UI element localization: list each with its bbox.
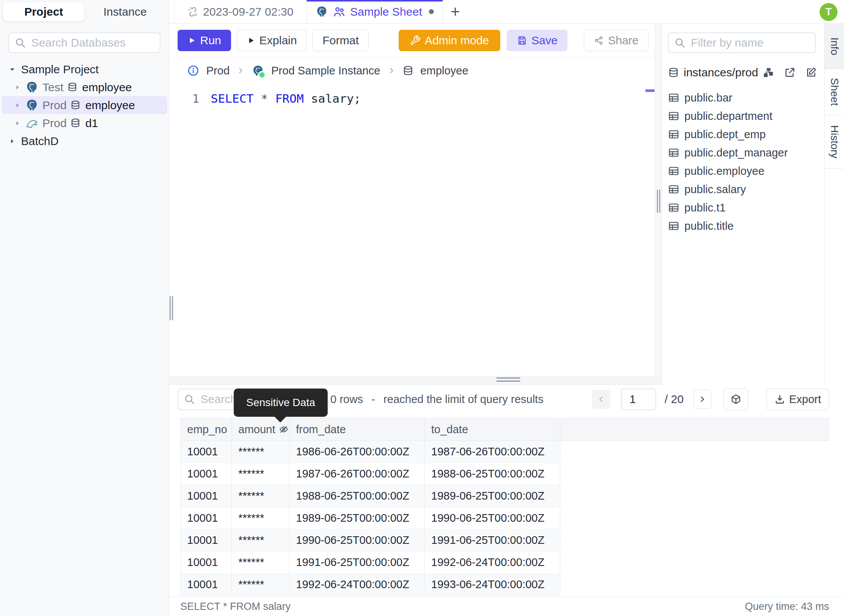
prev-page-button[interactable]	[592, 390, 610, 409]
column-header-to-date[interactable]: to_date	[425, 418, 560, 440]
table-cell-from-date[interactable]: 1986-06-26T00:00:00Z	[289, 441, 425, 463]
table-cell-amount-masked[interactable]: ******	[232, 574, 289, 595]
eye-off-icon[interactable]	[279, 424, 289, 434]
table-cell-emp-no[interactable]: 10001	[181, 551, 232, 573]
side-tab-sheet[interactable]: Sheet	[825, 69, 844, 115]
caret-down-icon[interactable]	[8, 66, 16, 73]
table-cell-amount-masked[interactable]: ******	[232, 529, 289, 551]
side-tab-history[interactable]: History	[825, 115, 844, 169]
caret-right-icon[interactable]	[14, 84, 21, 91]
table-row[interactable]: 10001 ****** 1992-06-24T00:00:00Z 1993-0…	[181, 574, 560, 596]
database-search-input[interactable]	[8, 32, 160, 53]
tab-project[interactable]: Project	[3, 2, 84, 21]
edit-icon[interactable]	[805, 67, 817, 78]
table-cell-from-date[interactable]: 1989-06-25T00:00:00Z	[289, 507, 425, 529]
admin-mode-button[interactable]: Admin mode	[399, 30, 500, 51]
table-cell-to-date[interactable]: 1991-06-25T00:00:00Z	[425, 529, 560, 551]
explain-button[interactable]: Explain	[237, 30, 307, 51]
schema-filter-input[interactable]	[668, 32, 816, 53]
tab-worksheet-unsaved[interactable]: 2023-09-27 02:30	[174, 0, 307, 23]
schema-table-item[interactable]: public.salary	[662, 180, 824, 198]
tree-project-sample[interactable]: Sample Project	[0, 60, 169, 78]
database-name: employee	[85, 99, 135, 112]
table-icon	[668, 165, 679, 177]
results-resize-handle[interactable]	[496, 377, 520, 382]
tab-sample-sheet[interactable]: Sample Sheet	[307, 0, 443, 23]
table-cell-amount-masked[interactable]: ******	[232, 507, 289, 529]
sidebar-tab-switcher: Project Instance	[0, 0, 169, 24]
table-cell-from-date[interactable]: 1991-06-25T00:00:00Z	[289, 551, 425, 573]
sidebar-resize-handle[interactable]	[170, 296, 173, 320]
table-row[interactable]: 10001 ****** 1986-06-26T00:00:00Z 1987-0…	[181, 441, 560, 463]
format-button[interactable]: Format	[312, 30, 369, 51]
column-header-emp-no[interactable]: emp_no	[181, 418, 232, 440]
tree-db-test-employee[interactable]: Test employee	[0, 78, 169, 96]
table-cell-to-date[interactable]: 1989-06-25T00:00:00Z	[425, 485, 560, 507]
editor-overview-ruler-mark	[645, 89, 655, 92]
breadcrumb-environment[interactable]: Prod	[206, 65, 230, 77]
caret-right-icon[interactable]	[14, 102, 21, 109]
external-link-icon[interactable]	[784, 67, 795, 78]
table-cell-emp-no[interactable]: 10001	[181, 507, 232, 529]
table-row[interactable]: 10001 ****** 1989-06-25T00:00:00Z 1990-0…	[181, 507, 560, 529]
run-button[interactable]: Run	[178, 30, 231, 51]
breadcrumb-database[interactable]: employee	[420, 65, 469, 77]
table-cell-emp-no[interactable]: 10001	[181, 529, 232, 551]
schema-table-item[interactable]: public.employee	[662, 162, 824, 180]
table-cell-amount-masked[interactable]: ******	[232, 441, 289, 463]
tree-project-batchd[interactable]: BatchD	[0, 132, 169, 150]
sql-operator: *	[261, 92, 268, 105]
table-cell-emp-no[interactable]: 10001	[181, 485, 232, 507]
schema-table-item[interactable]: public.department	[662, 107, 824, 125]
breadcrumb-instance[interactable]: Prod Sample Instance	[271, 65, 380, 77]
schema-panel-resize-handle[interactable]	[657, 190, 660, 213]
filter-by-name-field[interactable]	[690, 36, 810, 50]
table-cell-from-date[interactable]: 1990-06-25T00:00:00Z	[289, 529, 425, 551]
table-row[interactable]: 10001 ****** 1990-06-25T00:00:00Z 1991-0…	[181, 529, 560, 551]
table-cell-amount-masked[interactable]: ******	[232, 485, 289, 507]
tab-instance[interactable]: Instance	[84, 2, 166, 21]
table-cell-from-date[interactable]: 1992-06-24T00:00:00Z	[289, 574, 425, 595]
schema-table-item[interactable]: public.dept_manager	[662, 144, 824, 162]
tree-db-prod-employee[interactable]: Prod employee	[2, 96, 167, 114]
new-tab-button[interactable]: +	[443, 0, 467, 23]
table-cell-to-date[interactable]: 1992-06-24T00:00:00Z	[425, 551, 560, 573]
table-name: public.title	[684, 220, 734, 232]
caret-right-icon[interactable]	[14, 119, 21, 127]
page-number-input[interactable]	[621, 389, 656, 410]
schema-table-item[interactable]: public.t1	[662, 198, 824, 217]
table-row[interactable]: 10001 ****** 1987-06-26T00:00:00Z 1988-0…	[181, 463, 560, 485]
user-avatar[interactable]: T	[820, 3, 838, 21]
side-tab-info[interactable]: Info	[825, 24, 844, 69]
result-view-options-button[interactable]	[723, 389, 748, 410]
sql-editor-line[interactable]: 1 SELECT * FROM salary;	[174, 92, 361, 105]
column-header-from-date[interactable]: from_date	[289, 418, 425, 440]
save-button[interactable]: Save	[507, 30, 568, 51]
table-cell-from-date[interactable]: 1988-06-25T00:00:00Z	[289, 485, 425, 507]
table-cell-from-date[interactable]: 1987-06-26T00:00:00Z	[289, 463, 425, 485]
tree-db-prod-d1[interactable]: Prod d1	[0, 114, 169, 132]
schema-table-item[interactable]: public.bar	[662, 89, 824, 107]
shared-users-icon	[333, 5, 346, 18]
table-cell-to-date[interactable]: 1987-06-26T00:00:00Z	[425, 441, 560, 463]
next-page-button[interactable]	[693, 390, 711, 409]
table-cell-emp-no[interactable]: 10001	[181, 441, 232, 463]
info-icon[interactable]	[187, 65, 199, 77]
share-button[interactable]: Share	[584, 30, 648, 51]
schema-diagram-icon[interactable]	[763, 67, 774, 78]
search-databases-field[interactable]	[31, 36, 154, 50]
table-cell-emp-no[interactable]: 10001	[181, 463, 232, 485]
table-cell-to-date[interactable]: 1990-06-25T00:00:00Z	[425, 507, 560, 529]
table-cell-to-date[interactable]: 1993-06-24T00:00:00Z	[425, 574, 560, 595]
table-cell-amount-masked[interactable]: ******	[232, 463, 289, 485]
table-cell-to-date[interactable]: 1988-06-25T00:00:00Z	[425, 463, 560, 485]
column-label: amount	[238, 423, 275, 436]
schema-table-item[interactable]: public.dept_emp	[662, 125, 824, 144]
table-cell-emp-no[interactable]: 10001	[181, 574, 232, 595]
table-row[interactable]: 10001 ****** 1991-06-25T00:00:00Z 1992-0…	[181, 551, 560, 574]
table-row[interactable]: 10001 ****** 1988-06-25T00:00:00Z 1989-0…	[181, 485, 560, 507]
export-button[interactable]: Export	[766, 389, 829, 410]
schema-table-item[interactable]: public.title	[662, 217, 824, 235]
caret-right-icon[interactable]	[8, 137, 16, 145]
table-cell-amount-masked[interactable]: ******	[232, 551, 289, 573]
